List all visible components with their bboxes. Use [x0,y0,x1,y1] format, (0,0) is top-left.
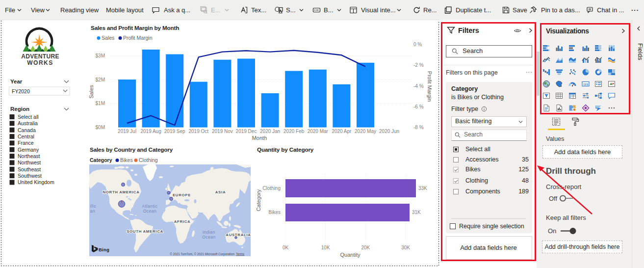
svg-text:2019 Dec: 2019 Dec [236,129,257,134]
svg-text:Month: Month [252,135,267,141]
svg-text:Region: Region [10,106,29,112]
svg-text:Central: Central [18,134,34,139]
svg-text:ADVENTURE: ADVENTURE [21,53,59,60]
svg-text:Clothing: Clothing [262,186,281,191]
svg-text:France: France [18,140,34,146]
svg-text:2020 Jan: 2020 Jan [260,129,280,134]
svg-text:Profit Margin: Profit Margin [123,35,153,41]
svg-text:-2 %: -2 % [413,62,424,68]
svg-text:30K: 30K [401,245,410,250]
svg-text:Ocean: Ocean [202,235,216,240]
svg-text:Ocean: Ocean [143,209,157,214]
svg-text:Sales by Country and Category: Sales by Country and Category [90,146,173,153]
svg-text:2020 Apr: 2020 Apr [332,129,352,134]
svg-text:Terms: Terms [236,252,244,256]
svg-text:2020 May: 2020 May [355,129,376,134]
svg-text:2020 Jun: 2020 Jun [379,129,399,134]
svg-text:Profit Margin: Profit Margin [427,71,433,102]
svg-text:AUSTRALIA: AUSTRALIA [226,233,251,237]
svg-text:Southeast: Southeast [18,166,41,172]
svg-text:Category: Category [256,189,261,211]
svg-text:2020 Mar: 2020 Mar [308,129,329,134]
svg-text:Sales: Sales [88,85,94,99]
svg-text:Bing: Bing [99,247,109,252]
svg-text:ASIA: ASIA [215,190,226,194]
svg-text:-6 %: -6 % [413,104,424,109]
svg-text:Atlantic: Atlantic [142,204,158,209]
svg-text:$1M: $1M [96,101,105,106]
svg-text:0K: 0K [283,245,289,250]
svg-text:SOUTH AMERICA: SOUTH AMERICA [127,229,163,234]
svg-text:-8 %: -8 % [413,125,424,130]
svg-text:20K: 20K [361,245,370,250]
svg-text:-4 %: -4 % [413,83,424,89]
svg-text:Bikes: Bikes [269,210,281,215]
svg-text:2020 Feb: 2020 Feb [283,129,305,134]
svg-text:Northwest: Northwest [18,160,41,165]
svg-text:Southwest: Southwest [18,173,42,179]
svg-text:WORKS: WORKS [27,59,53,66]
svg-text:Sales and Profit Margin by Mon: Sales and Profit Margin by Month [91,25,179,31]
svg-text:10K: 10K [321,245,330,250]
svg-text:Year: Year [10,79,23,84]
svg-text:Canada: Canada [18,127,36,133]
svg-text:$3M: $3M [96,53,105,58]
svg-text:$2M: $2M [96,77,105,82]
svg-text:$0M: $0M [96,125,105,130]
svg-text:Northeast: Northeast [18,153,40,159]
svg-text:Quantity by Category: Quantity by Category [257,146,314,153]
svg-text:Bikes: Bikes [120,157,133,163]
svg-text:NORTH AMERICA: NORTH AMERICA [103,190,139,194]
svg-text:Sales: Sales [102,35,114,41]
svg-text:Category: Category [90,157,112,163]
svg-text:FY2020: FY2020 [12,88,30,94]
svg-text:Clothing: Clothing [139,157,158,163]
svg-text:33K: 33K [418,186,427,191]
svg-text:Quantity: Quantity [340,252,361,258]
svg-text:United Kingdom: United Kingdom [18,179,54,185]
svg-text:0 %: 0 % [413,42,422,47]
svg-text:2019 Jul: 2019 Jul [118,129,136,134]
svg-text:2019 Oct: 2019 Oct [189,129,209,134]
svg-text:EUROPE: EUROPE [173,193,191,197]
svg-text:ific: ific [90,204,97,209]
svg-text:Select all: Select all [18,114,39,120]
svg-text:31K: 31K [412,210,421,215]
svg-text:Indian: Indian [203,230,215,235]
svg-text:2019 Aug: 2019 Aug [140,129,161,134]
svg-text:an: an [90,209,95,214]
svg-text:© 2021 TomTom, © 2021 Microsof: © 2021 TomTom, © 2021 Microsoft Corporat… [170,252,234,256]
svg-text:AFRICA: AFRICA [174,219,191,224]
svg-text:Australia: Australia [18,120,38,126]
svg-text:2019 Nov: 2019 Nov [212,129,233,134]
svg-text:2019 Sep: 2019 Sep [164,129,185,134]
svg-text:Germany: Germany [18,147,39,153]
